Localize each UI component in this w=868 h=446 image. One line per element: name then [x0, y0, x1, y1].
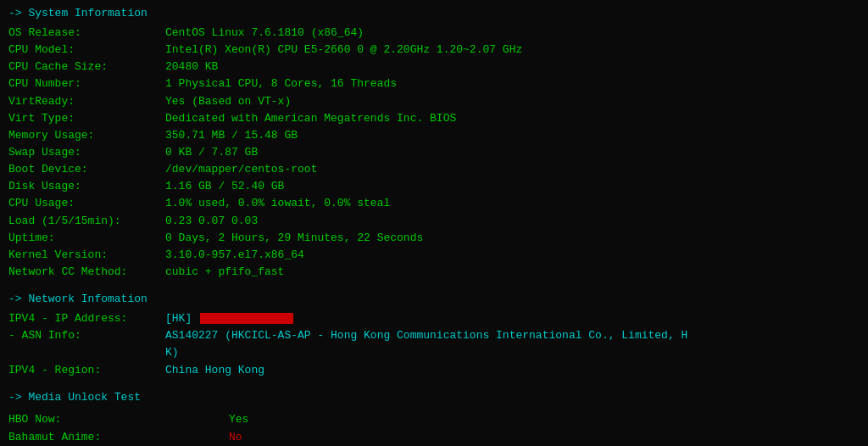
boot-value: /dev/mapper/centos-root — [165, 161, 317, 178]
load-label: Load (1/5/15min): — [8, 213, 165, 230]
hbo-label: HBO Now: — [8, 410, 229, 428]
asn-value: AS140227 (HKCICL-AS-AP - Hong Kong Commu… — [165, 327, 687, 344]
ipv4-address-label: IPV4 - IP Address: — [8, 310, 165, 327]
swap-row: Swap Usage: 0 KB / 7.87 GB — [8, 144, 860, 161]
kernel-label: Kernel Version: — [8, 247, 165, 264]
terminal-output: -> System Information OS Release: CentOS… — [8, 7, 860, 446]
media-unlock-table: HBO Now: Yes Bahamut Anime: No Abema.TV:… — [8, 410, 860, 446]
network-cc-label: Network CC Method: — [8, 264, 165, 281]
load-value: 0.23 0.07 0.03 — [165, 213, 258, 230]
swap-label: Swap Usage: — [8, 144, 165, 161]
virt-type-value: Dedicated with American Megatrends Inc. … — [165, 110, 456, 127]
boot-label: Boot Device: — [8, 161, 165, 178]
cpu-cache-row: CPU Cache Size: 20480 KB — [8, 59, 860, 75]
ipv4-address-row: IPV4 - IP Address: [HK] — [8, 310, 860, 327]
virt-ready-label: VirtReady: — [8, 93, 165, 110]
os-release-label: OS Release: — [8, 25, 165, 42]
region-label: IPV4 - Region: — [8, 362, 165, 379]
network-cc-value: cubic + pfifo_fast — [165, 264, 284, 281]
kernel-value: 3.10.0-957.el7.x86_64 — [165, 247, 304, 264]
virt-ready-value: Yes (Based on VT-x) — [165, 93, 291, 110]
uptime-label: Uptime: — [8, 230, 165, 247]
cpu-cache-label: CPU Cache Size: — [8, 59, 165, 75]
system-info-table: OS Release: CentOS Linux 7.6.1810 (x86_6… — [8, 25, 860, 281]
system-info-header: -> System Information — [8, 7, 860, 20]
ipv4-redacted — [200, 313, 293, 324]
media-unlock-header: -> Media Unlock Test — [8, 391, 860, 404]
cpu-model-value: Intel(R) Xeon(R) CPU E5-2660 0 @ 2.20GHz… — [165, 42, 522, 59]
asn-label2 — [8, 344, 165, 361]
kernel-row: Kernel Version: 3.10.0-957.el7.x86_64 — [8, 247, 860, 264]
cpu-usage-value: 1.0% used, 0.0% iowait, 0.0% steal — [165, 195, 390, 212]
cpu-model-label: CPU Model: — [8, 42, 165, 59]
load-row: Load (1/5/15min): 0.23 0.07 0.03 — [8, 213, 860, 230]
memory-label: Memory Usage: — [8, 127, 165, 144]
network-info-table: IPV4 - IP Address: [HK] - ASN Info: AS14… — [8, 310, 860, 379]
ipv4-address-value: [HK] — [165, 310, 295, 327]
bahamut-row: Bahamut Anime: No — [8, 428, 860, 446]
bahamut-label: Bahamut Anime: — [8, 428, 229, 446]
bahamut-value: No — [229, 428, 242, 446]
network-cc-row: Network CC Method: cubic + pfifo_fast — [8, 264, 860, 281]
asn-value2: K) — [165, 344, 179, 361]
asn-row2: K) — [8, 344, 860, 361]
os-release-value: CentOS Linux 7.6.1810 (x86_64) — [165, 25, 364, 42]
region-row: IPV4 - Region: China Hong Kong — [8, 362, 860, 379]
ipv4-hk-prefix: [HK] — [165, 312, 192, 325]
uptime-value: 0 Days, 2 Hours, 29 Minutes, 22 Seconds — [165, 230, 423, 247]
cpu-usage-row: CPU Usage: 1.0% used, 0.0% iowait, 0.0% … — [8, 195, 860, 212]
hbo-value: Yes — [229, 410, 248, 428]
cpu-number-label: CPU Number: — [8, 75, 165, 92]
boot-row: Boot Device: /dev/mapper/centos-root — [8, 161, 860, 178]
virt-type-label: Virt Type: — [8, 110, 165, 127]
disk-row: Disk Usage: 1.16 GB / 52.40 GB — [8, 178, 860, 195]
uptime-row: Uptime: 0 Days, 2 Hours, 29 Minutes, 22 … — [8, 230, 860, 247]
virt-ready-row: VirtReady: Yes (Based on VT-x) — [8, 93, 860, 110]
memory-row: Memory Usage: 350.71 MB / 15.48 GB — [8, 127, 860, 144]
cpu-number-row: CPU Number: 1 Physical CPU, 8 Cores, 16 … — [8, 75, 860, 92]
virt-type-row: Virt Type: Dedicated with American Megat… — [8, 110, 860, 127]
cpu-number-value: 1 Physical CPU, 8 Cores, 16 Threads — [165, 75, 397, 92]
hbo-row: HBO Now: Yes — [8, 410, 860, 428]
disk-value: 1.16 GB / 52.40 GB — [165, 178, 284, 195]
asn-row: - ASN Info: AS140227 (HKCICL-AS-AP - Hon… — [8, 327, 860, 344]
memory-value: 350.71 MB / 15.48 GB — [165, 127, 298, 144]
asn-label: - ASN Info: — [8, 327, 165, 344]
cpu-model-row: CPU Model: Intel(R) Xeon(R) CPU E5-2660 … — [8, 42, 860, 59]
cpu-cache-value: 20480 KB — [165, 59, 218, 75]
disk-label: Disk Usage: — [8, 178, 165, 195]
os-release-row: OS Release: CentOS Linux 7.6.1810 (x86_6… — [8, 25, 860, 42]
network-info-header: -> Network Infomation — [8, 293, 860, 305]
region-value: China Hong Kong — [165, 362, 264, 379]
swap-value: 0 KB / 7.87 GB — [165, 144, 258, 161]
cpu-usage-label: CPU Usage: — [8, 195, 165, 212]
